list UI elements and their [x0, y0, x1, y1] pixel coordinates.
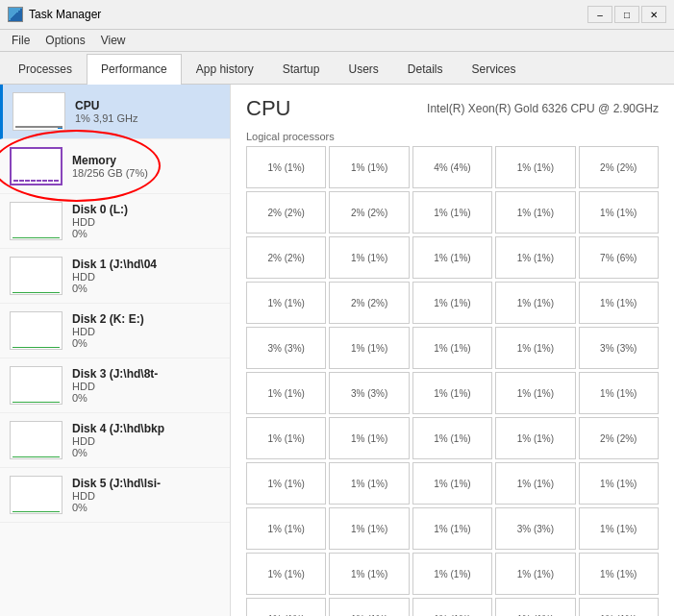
disk5-pct: 0%: [72, 502, 220, 513]
cpu-cell: 1% (1%): [412, 191, 492, 234]
cpu-cell: 2% (2%): [329, 282, 409, 324]
cpu-cell: 3% (3%): [329, 372, 409, 414]
cpu-cell: 1% (1%): [579, 372, 659, 414]
memory-info: Memory 18/256 GB (7%): [72, 154, 220, 179]
cpu-cell: 1% (1%): [329, 553, 409, 595]
tab-users[interactable]: Users: [334, 54, 392, 84]
cpu-cell: 1% (1%): [495, 598, 575, 616]
title-bar: Task Manager – □ ✕: [0, 0, 674, 30]
disk5-info: Disk 5 (J:\hd\lsi- HDD 0%: [72, 477, 220, 513]
disk5-thumbnail: [10, 476, 62, 514]
tab-performance[interactable]: Performance: [87, 54, 182, 85]
cpu-cell: 2% (2%): [246, 236, 326, 279]
tab-details[interactable]: Details: [393, 54, 458, 84]
disk4-thumbnail: [10, 421, 62, 459]
tab-startup[interactable]: Startup: [268, 54, 335, 84]
memory-thumbnail: [10, 147, 62, 185]
tab-app-history[interactable]: App history: [182, 54, 268, 84]
memory-sub: 18/256 GB (7%): [72, 167, 220, 179]
sidebar-item-disk1[interactable]: Disk 1 (J:\hd\04 HDD 0%: [0, 249, 230, 304]
menu-view[interactable]: View: [93, 32, 134, 49]
sidebar-item-disk2[interactable]: Disk 2 (K: E:) HDD 0%: [0, 304, 230, 358]
cpu-thumbnail: [12, 92, 65, 131]
disk3-name: Disk 3 (J:\hd\8t-: [72, 367, 220, 381]
cpu-cell: 1% (1%): [495, 236, 575, 279]
cpu-cell: 2% (2%): [246, 191, 326, 234]
cpu-cell: 1% (1%): [246, 372, 326, 414]
cpu-cell: 1% (1%): [579, 507, 659, 550]
main-content: CPU 1% 3,91 GHz: [0, 85, 674, 616]
cpu-cell: 1% (1%): [495, 327, 575, 369]
sidebar-item-disk5[interactable]: Disk 5 (J:\hd\lsi- HDD 0%: [0, 468, 230, 523]
tab-bar: Processes Performance App history Startu…: [0, 52, 674, 85]
cpu-cell: 1% (1%): [495, 372, 575, 414]
cpu-cell: 1% (1%): [246, 417, 326, 459]
cpu-cell: 1% (1%): [579, 598, 659, 616]
window-controls: – □ ✕: [587, 6, 666, 23]
cpu-cell: 1% (1%): [412, 372, 492, 414]
cpu-cell: 1% (1%): [412, 417, 492, 459]
disk1-thumbnail: [10, 257, 62, 295]
sidebar-item-cpu[interactable]: CPU 1% 3,91 GHz: [0, 85, 230, 139]
cpu-cell: 1% (1%): [495, 146, 575, 188]
sidebar-item-disk3[interactable]: Disk 3 (J:\hd\8t- HDD 0%: [0, 358, 230, 413]
disk2-pct: 0%: [72, 337, 220, 349]
cpu-cell: 1% (1%): [412, 236, 492, 279]
cpu-cell: 1% (1%): [329, 507, 409, 550]
maximize-button[interactable]: □: [614, 6, 639, 23]
cpu-cell: 2% (2%): [579, 417, 659, 459]
cpu-cell: 1% (1%): [495, 462, 575, 505]
cpu-cell: 2% (2%): [329, 191, 409, 234]
detail-title: CPU: [246, 96, 290, 121]
app-icon: [8, 7, 23, 22]
disk3-info: Disk 3 (J:\hd\8t- HDD 0%: [72, 367, 220, 404]
tab-processes[interactable]: Processes: [4, 54, 87, 84]
cpu-cell: 1% (1%): [412, 553, 492, 595]
window-title: Task Manager: [29, 8, 101, 21]
disk1-sub: HDD: [72, 271, 220, 283]
cpu-cell: 1% (1%): [579, 462, 659, 505]
cpu-cell: 1% (1%): [412, 327, 492, 369]
disk2-sub: HDD: [72, 326, 220, 337]
menu-file[interactable]: File: [4, 32, 37, 49]
cpu-cell: 1% (1%): [329, 417, 409, 459]
cpu-cell: 1% (1%): [246, 553, 326, 595]
cpu-cell: 1% (1%): [246, 146, 326, 188]
cpu-cell: 1% (1%): [495, 282, 575, 324]
disk0-pct: 0%: [72, 228, 220, 239]
disk5-sub: HDD: [72, 490, 220, 502]
disk1-pct: 0%: [72, 283, 220, 294]
cpu-cell: 3% (3%): [246, 327, 326, 369]
tab-services[interactable]: Services: [458, 54, 531, 84]
detail-header: CPU Intel(R) Xeon(R) Gold 6326 CPU @ 2.9…: [246, 96, 659, 121]
cpu-cell: 1% (1%): [579, 191, 659, 234]
disk0-info: Disk 0 (L:) HDD 0%: [72, 203, 220, 239]
minimize-button[interactable]: –: [587, 6, 612, 23]
cpu-grid: 1% (1%)1% (1%)4% (4%)1% (1%)2% (2%)2% (2…: [246, 146, 659, 616]
cpu-cell: 1% (1%): [495, 553, 575, 595]
cpu-cell: 7% (6%): [579, 236, 659, 279]
memory-name: Memory: [72, 154, 220, 167]
disk1-info: Disk 1 (J:\hd\04 HDD 0%: [72, 258, 220, 294]
disk2-thumbnail: [10, 311, 62, 350]
cpu-sub: 1% 3,91 GHz: [75, 112, 220, 124]
cpu-cell: 1% (1%): [329, 236, 409, 279]
cpu-cell: 1% (1%): [412, 462, 492, 505]
close-button[interactable]: ✕: [641, 6, 666, 23]
disk0-sub: HDD: [72, 216, 220, 228]
sidebar-item-disk0[interactable]: Disk 0 (L:) HDD 0%: [0, 194, 230, 249]
detail-panel: CPU Intel(R) Xeon(R) Gold 6326 CPU @ 2.9…: [231, 85, 674, 616]
disk2-info: Disk 2 (K: E:) HDD 0%: [72, 312, 220, 349]
disk4-pct: 0%: [72, 447, 220, 458]
sidebar: CPU 1% 3,91 GHz: [0, 85, 231, 616]
cpu-name: CPU: [75, 99, 220, 112]
disk1-name: Disk 1 (J:\hd\04: [72, 258, 220, 271]
cpu-cell: 1% (1%): [246, 598, 326, 616]
disk4-sub: HDD: [72, 435, 220, 447]
cpu-info: CPU 1% 3,91 GHz: [75, 99, 220, 124]
disk0-name: Disk 0 (L:): [72, 203, 220, 216]
menu-options[interactable]: Options: [37, 32, 92, 49]
cpu-cell: 1% (1%): [329, 146, 409, 188]
sidebar-item-disk4[interactable]: Disk 4 (J:\hd\bkp HDD 0%: [0, 413, 230, 468]
sidebar-item-memory[interactable]: Memory 18/256 GB (7%): [0, 139, 230, 194]
